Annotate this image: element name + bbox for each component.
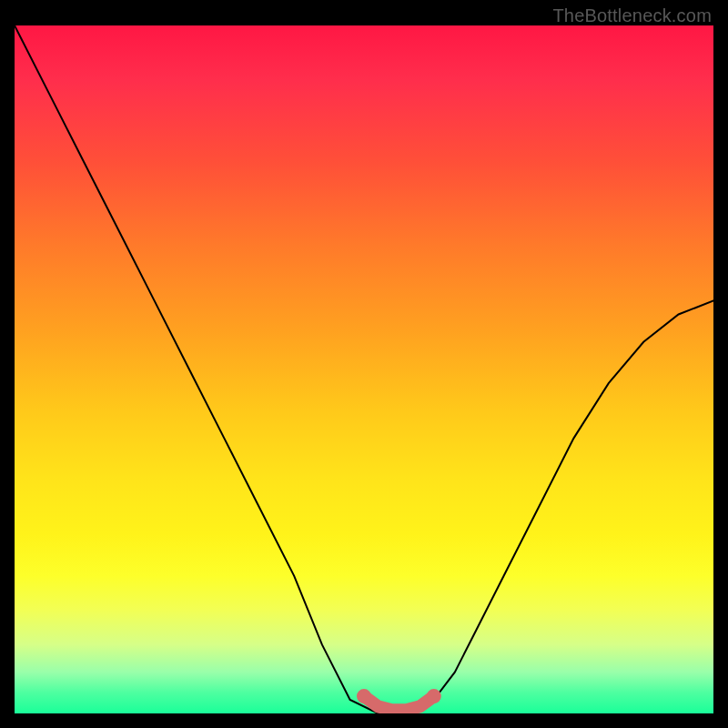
plot-area: [15, 25, 713, 713]
optimal-band: [364, 696, 434, 710]
watermark-text: TheBottleneck.com: [552, 5, 712, 26]
bottleneck-curve: [15, 25, 713, 713]
chart-svg: [15, 25, 713, 713]
chart-frame: TheBottleneck.com: [0, 0, 728, 728]
optimal-band-endpoint: [357, 689, 371, 703]
optimal-band-endpoint: [427, 689, 441, 703]
